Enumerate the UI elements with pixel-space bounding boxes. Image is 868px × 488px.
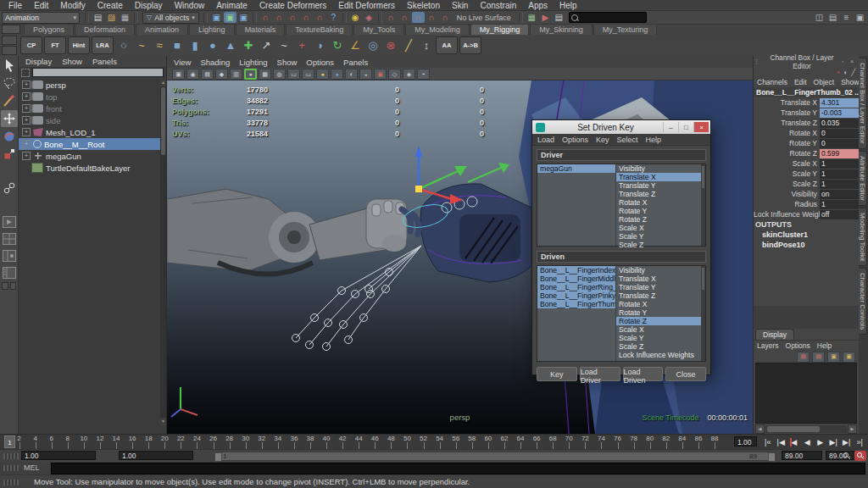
range-start-handle[interactable] xyxy=(214,452,222,462)
outliner-search-field[interactable] xyxy=(32,68,164,77)
channel-value-field[interactable]: off xyxy=(820,210,859,219)
scrollbar-thumb[interactable] xyxy=(161,87,165,155)
step-back-key-button[interactable]: ◀ xyxy=(787,435,801,450)
shadows-icon[interactable]: ◐ xyxy=(345,69,358,80)
layer-menu-layers[interactable]: Layers xyxy=(757,341,779,350)
driver-attr-scale-z[interactable]: Scale Z xyxy=(616,241,701,249)
select-camera-icon[interactable]: ▣ xyxy=(172,69,185,80)
channel-value-field[interactable]: 1 xyxy=(820,169,859,179)
channel-value-field[interactable]: 0 xyxy=(820,129,859,138)
sidebar-tab-character-controls[interactable]: Character Controls xyxy=(859,268,867,335)
outliner-menu-show[interactable]: Show xyxy=(62,57,82,66)
driven-attr-scale-x[interactable]: Scale X xyxy=(616,325,701,334)
channel-box-menu-show[interactable]: Show xyxy=(841,78,859,86)
command-input[interactable] xyxy=(51,463,865,474)
speed-state-icon[interactable]: ◐ xyxy=(843,69,848,76)
driven-attr-translate-y[interactable]: Translate Y xyxy=(616,283,701,291)
channel-value-field[interactable]: 0.035 xyxy=(820,119,859,128)
four-pane-layout-button[interactable] xyxy=(1,231,18,247)
close-button[interactable]: Close xyxy=(665,367,706,381)
driven-attr-translate-z[interactable]: Translate Z xyxy=(616,291,701,300)
single-pane-layout-button[interactable] xyxy=(1,214,18,230)
snap-to-curve-icon[interactable]: ∩ xyxy=(273,12,286,23)
snap-help-icon[interactable]: ? xyxy=(327,12,340,23)
menu-window[interactable]: Window xyxy=(169,0,211,11)
joint-tool-icon[interactable]: ✚ xyxy=(240,37,257,54)
poly-cone-icon[interactable]: ▲ xyxy=(222,37,239,54)
menu-help[interactable]: Help xyxy=(554,0,583,11)
menu-constrain[interactable]: Constrain xyxy=(474,0,522,11)
scale-tool[interactable] xyxy=(1,146,18,163)
menu-animate[interactable]: Animate xyxy=(210,0,253,11)
shelf-tab-texturebaking[interactable]: TextureBaking xyxy=(286,24,353,35)
edit-layer-icon[interactable]: ▤ xyxy=(812,352,825,363)
channel-value-field[interactable]: 0 xyxy=(820,139,859,148)
snap-to-grid-icon[interactable]: ∩ xyxy=(259,12,272,23)
mirror-joint-icon[interactable]: ◑ xyxy=(311,37,328,54)
driver-list-scrollbar[interactable] xyxy=(701,164,705,246)
driver-attr-scale-y[interactable]: Scale Y xyxy=(616,232,701,241)
sidebar-tab-modeling-toolkit[interactable]: Modeling Toolkit xyxy=(859,208,867,266)
channel-value-field[interactable]: 1 xyxy=(820,200,859,209)
driver-attr-visibility[interactable]: Visibility xyxy=(616,164,701,173)
load-driver-button[interactable]: Load Driver xyxy=(580,367,620,381)
outliner-item-bone-m-root[interactable]: +Bone__M__Root xyxy=(19,138,160,150)
menu-skin[interactable]: Skin xyxy=(446,0,474,11)
outliner-item-front[interactable]: +front xyxy=(19,103,160,114)
expand-icon[interactable]: + xyxy=(22,92,31,101)
shelf-tab-my-tools[interactable]: My_Tools xyxy=(353,24,404,35)
shelf-tab-my-modeling[interactable]: My_Modeling xyxy=(405,24,470,35)
snap-to-point-icon[interactable]: ∩ xyxy=(287,12,299,23)
textured-mode-icon[interactable]: ● xyxy=(244,69,257,80)
default-lighting-icon[interactable]: ● xyxy=(316,69,329,80)
channel-box-menu-edit[interactable]: Edit xyxy=(794,78,807,86)
maximize-button[interactable]: □ xyxy=(678,122,693,132)
select-by-object-icon[interactable]: ▣ xyxy=(224,12,236,23)
input-connections-icon[interactable]: ∩ xyxy=(385,12,398,23)
channel-value-field[interactable]: on xyxy=(820,190,859,199)
selection-mask-dropdown[interactable]: ▽ All objects ▾ xyxy=(142,12,199,24)
viewport-menu-panels[interactable]: Panels xyxy=(343,58,368,67)
paint-skin-weights-icon[interactable]: ╱ xyxy=(400,37,417,54)
channel-box-menu-channels[interactable]: Channels xyxy=(757,78,787,86)
camera-attributes-icon[interactable]: ▤ xyxy=(201,69,214,80)
lasso-tool[interactable] xyxy=(1,75,18,92)
create-layer-from-selected-icon[interactable]: ▣ xyxy=(843,352,855,363)
playback-end-field[interactable]: 89.00 xyxy=(782,451,822,460)
shelf-menu-button[interactable] xyxy=(2,25,20,34)
set-preferred-angle-icon[interactable]: ∠ xyxy=(347,37,364,54)
outliner-item-side[interactable]: +side xyxy=(19,114,160,126)
menu-set-dropdown[interactable]: Animation ▾ xyxy=(2,12,80,24)
cv-curve-icon[interactable]: ~ xyxy=(133,37,150,54)
ep-curve-icon[interactable]: ≈ xyxy=(151,37,168,54)
outliner-filter-toggle[interactable] xyxy=(21,69,30,77)
move-tool[interactable] xyxy=(1,110,18,127)
sidebar-attribute-editor-icon[interactable]: ◫ xyxy=(813,12,826,23)
construction-history-icon[interactable]: ∩ xyxy=(412,12,425,23)
detach-skin-icon[interactable]: ⊗ xyxy=(382,37,399,54)
select-tool[interactable] xyxy=(1,57,18,74)
search-input[interactable] xyxy=(569,12,647,23)
nurbs-circle-icon[interactable]: ○ xyxy=(115,37,132,54)
output-node-bindpose10[interactable]: bindPose10 xyxy=(754,240,859,250)
ipr-render-icon[interactable]: ▶ xyxy=(539,12,552,23)
hint-button[interactable]: Hint xyxy=(68,36,90,54)
current-frame-marker[interactable]: 1 xyxy=(4,435,15,448)
toolbox-mini-button-1[interactable] xyxy=(2,282,8,290)
menu-create[interactable]: Create xyxy=(92,0,129,11)
shelf-tab-deformation[interactable]: Deformation xyxy=(75,24,135,35)
outliner-item-top[interactable]: +top xyxy=(19,91,160,103)
outliner-item-turtledefaultbakelayer[interactable]: TurtleDefaultBakeLayer xyxy=(19,162,160,174)
step-forward-key-button[interactable]: ▶| xyxy=(827,435,841,450)
make-live-icon[interactable]: ∩ xyxy=(314,12,326,23)
sidebar-tool-settings-icon[interactable]: ▤ xyxy=(826,12,839,23)
outliner-menu-display[interactable]: Display xyxy=(25,57,52,66)
shelf-tab-materials[interactable]: Materials xyxy=(236,24,286,35)
layer-list-scrollbar[interactable]: ◀ ▶ xyxy=(755,424,857,433)
menu-edit-deformers[interactable]: Edit Deformers xyxy=(332,0,401,11)
expand-icon[interactable]: + xyxy=(22,128,31,136)
playback-start-field[interactable]: 1.00 xyxy=(119,451,193,460)
sdk-menu-help[interactable]: Help xyxy=(646,136,662,144)
toggle-layer-visibility-icon[interactable]: ▤ xyxy=(797,352,810,363)
driven-object-bone-l-fingermiddle-01[interactable]: Bone__L__FingerMiddle_01 xyxy=(537,274,615,283)
